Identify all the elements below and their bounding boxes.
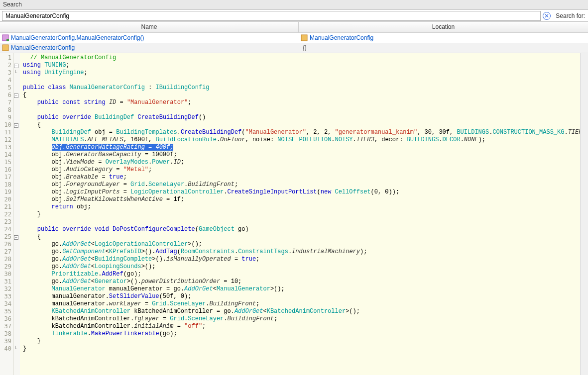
- code-line[interactable]: obj.SelfHeatKilowattsWhenActive = 1f;: [23, 196, 580, 203]
- class-icon: [2, 44, 9, 52]
- fold-toggle[interactable]: −: [14, 123, 18, 128]
- code-line[interactable]: manualGenerator.workLayer = Grid.SceneLa…: [23, 300, 580, 308]
- code-line[interactable]: go.AddOrGet<Generator>().powerDistributi…: [23, 278, 580, 285]
- code-line[interactable]: {: [23, 233, 580, 241]
- code-line[interactable]: using UnityEngine;: [23, 69, 580, 77]
- svg-rect-3: [2, 45, 8, 51]
- vertical-scrollbar[interactable]: [580, 53, 588, 375]
- result-row[interactable]: ManualGeneratorConfig{}: [0, 43, 588, 53]
- code-area[interactable]: // ManualGeneratorConfigusing TUNING;usi…: [20, 53, 580, 375]
- code-line[interactable]: }: [23, 211, 580, 218]
- code-line[interactable]: go.AddOrGet<LogicOperationalController>(…: [23, 241, 580, 248]
- result-location-link[interactable]: ManualGeneratorConfig: [310, 34, 373, 41]
- code-line[interactable]: kBatchedAnimController.initialAnim = "of…: [23, 323, 580, 330]
- code-line[interactable]: go.AddOrGet<LoopingSounds>();: [23, 263, 580, 271]
- fold-toggle[interactable]: −: [14, 64, 18, 68]
- svg-rect-1: [6, 39, 9, 41]
- column-location[interactable]: Location: [299, 22, 588, 32]
- code-line[interactable]: [23, 218, 580, 226]
- code-line[interactable]: KBatchedAnimController kBatchedAnimContr…: [23, 308, 580, 315]
- result-name-link[interactable]: ManualGeneratorConfig.ManualGeneratorCon…: [11, 34, 144, 41]
- code-line[interactable]: kBatchedAnimController.fgLayer = Grid.Sc…: [23, 315, 580, 323]
- code-line[interactable]: }: [23, 345, 580, 353]
- code-line[interactable]: obj.LogicInputPorts = LogicOperationalCo…: [23, 188, 580, 196]
- code-line[interactable]: MATERIALS.ALL_METALS, 1600f, BuildLocati…: [23, 136, 580, 144]
- code-line[interactable]: obj.ForegroundLayer = Grid.SceneLayer.Bu…: [23, 181, 580, 188]
- search-panel-title: Search: [0, 0, 588, 10]
- results-header: Name Location: [0, 22, 588, 33]
- results-body: ManualGeneratorConfig.ManualGeneratorCon…: [0, 33, 588, 53]
- svg-rect-2: [301, 35, 307, 41]
- code-line[interactable]: using TUNING;: [23, 62, 580, 69]
- code-line[interactable]: obj.Breakable = true;: [23, 174, 580, 181]
- fold-toggle[interactable]: −: [14, 94, 18, 98]
- code-line[interactable]: public class ManualGeneratorConfig : IBu…: [23, 84, 580, 92]
- code-line[interactable]: BuildingDef obj = BuildingTemplates.Crea…: [23, 129, 580, 136]
- clear-search-icon[interactable]: ✕: [543, 12, 551, 20]
- code-line[interactable]: // ManualGeneratorConfig: [23, 54, 580, 62]
- code-line[interactable]: [23, 77, 580, 84]
- code-line[interactable]: ManualGenerator manualGenerator = go.Add…: [23, 285, 580, 293]
- search-row: ✕ Search for:: [0, 10, 588, 22]
- code-line[interactable]: public override BuildingDef CreateBuildi…: [23, 114, 580, 121]
- result-row[interactable]: ManualGeneratorConfig.ManualGeneratorCon…: [0, 33, 588, 43]
- code-line[interactable]: obj.GeneratorBaseCapacity = 10000f;: [23, 151, 580, 159]
- code-line[interactable]: obj.ViewMode = OverlayModes.Power.ID;: [23, 159, 580, 166]
- code-line[interactable]: [23, 106, 580, 114]
- search-input[interactable]: [2, 11, 541, 21]
- fold-gutter: −└ − − − └: [14, 53, 20, 375]
- code-line[interactable]: Prioritizable.AddRef(go);: [23, 271, 580, 278]
- code-line[interactable]: Tinkerable.MakePowerTinkerable(go);: [23, 330, 580, 338]
- code-line[interactable]: obj.GeneratorWattageRating = 400f;: [23, 144, 580, 151]
- code-line[interactable]: go.AddOrGet<BuildingComplete>().isManual…: [23, 256, 580, 263]
- column-name[interactable]: Name: [0, 22, 299, 32]
- code-line[interactable]: public const string ID = "ManualGenerato…: [23, 99, 580, 106]
- code-line[interactable]: [23, 353, 580, 360]
- code-editor: 1234567891011121314151617181920212223242…: [0, 53, 588, 375]
- code-line[interactable]: }: [23, 338, 580, 345]
- fold-toggle[interactable]: −: [14, 235, 18, 240]
- class-icon: [301, 34, 308, 42]
- code-line[interactable]: go.GetComponent<KPrefabID>().AddTag(Room…: [23, 248, 580, 256]
- code-line[interactable]: {: [23, 92, 580, 99]
- method-icon: [2, 34, 9, 42]
- search-for-label: Search for:: [553, 12, 588, 19]
- result-location-text: {}: [303, 44, 307, 51]
- code-line[interactable]: public override void DoPostConfigureComp…: [23, 226, 580, 233]
- code-line[interactable]: obj.AudioCategory = "Metal";: [23, 166, 580, 174]
- result-name-link[interactable]: ManualGeneratorConfig: [11, 44, 75, 51]
- code-line[interactable]: return obj;: [23, 203, 580, 211]
- code-line[interactable]: manualGenerator.SetSliderValue(50f, 0);: [23, 293, 580, 300]
- line-gutter: 1234567891011121314151617181920212223242…: [0, 53, 14, 375]
- code-line[interactable]: {: [23, 121, 580, 129]
